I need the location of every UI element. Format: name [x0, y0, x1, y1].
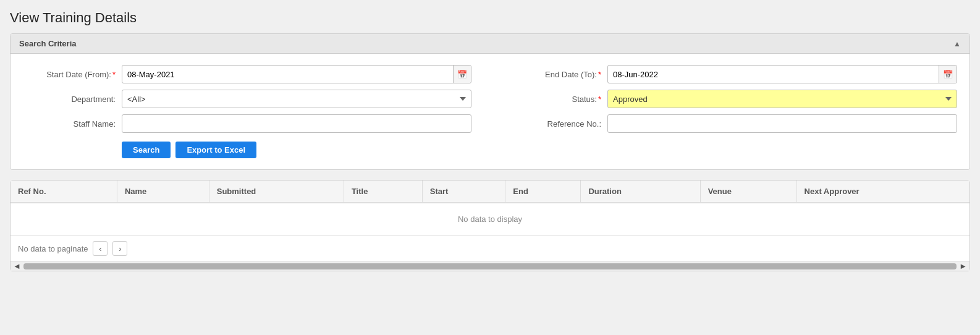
search-panel-title: Search Criteria [19, 39, 77, 48]
col-name: Name [117, 180, 209, 203]
staff-name-input[interactable] [122, 114, 471, 133]
right-column: End Date (To):* 📅 Status:* A [509, 65, 957, 133]
next-icon: › [119, 244, 121, 253]
department-label: Department: [23, 95, 116, 104]
scroll-right-icon[interactable]: ► [959, 261, 967, 271]
staff-name-row: Staff Name: [23, 114, 471, 133]
table-header-row: Ref No. Name Submitted Title Start End D… [11, 180, 969, 203]
reference-no-row: Reference No.: [509, 114, 957, 133]
status-label: Status:* [509, 95, 601, 104]
col-next-approver: Next Approver [796, 180, 969, 203]
table-container: Ref No. Name Submitted Title Start End D… [11, 180, 969, 235]
pagination-bar: No data to paginate ‹ › [11, 235, 969, 261]
status-required: * [598, 95, 601, 104]
col-end: End [505, 180, 581, 203]
search-button[interactable]: Search [122, 142, 171, 158]
end-date-label: End Date (To):* [509, 70, 601, 79]
department-row: Department: <All> HR IT Finance [23, 90, 471, 108]
reference-no-input[interactable] [607, 114, 957, 133]
search-criteria-panel: Search Criteria ▲ Start Date (From):* 📅 [10, 33, 970, 170]
scroll-track[interactable] [23, 263, 957, 269]
form-grid: Start Date (From):* 📅 Department: <All> [23, 65, 957, 133]
no-data-row: No data to display [11, 203, 969, 235]
calendar-icon: 📅 [457, 70, 467, 79]
end-date-calendar-button[interactable]: 📅 [939, 66, 957, 83]
end-date-required: * [598, 70, 601, 79]
start-date-label: Start Date (From):* [23, 70, 116, 79]
start-date-required: * [112, 70, 116, 79]
results-table: Ref No. Name Submitted Title Start End D… [11, 180, 969, 235]
start-date-row: Start Date (From):* 📅 [23, 65, 471, 83]
end-date-row: End Date (To):* 📅 [509, 65, 957, 83]
end-date-input[interactable] [608, 66, 939, 83]
search-panel-header: Search Criteria ▲ [11, 34, 969, 54]
start-date-input[interactable] [122, 66, 453, 83]
search-panel-body: Start Date (From):* 📅 Department: <All> [11, 54, 969, 169]
export-button[interactable]: Export to Excel [175, 142, 256, 158]
col-title: Title [344, 180, 422, 203]
next-page-button[interactable]: › [112, 241, 127, 256]
prev-icon: ‹ [99, 244, 101, 253]
col-venue: Venue [700, 180, 796, 203]
col-ref-no: Ref No. [11, 180, 117, 203]
pagination-label: No data to paginate [18, 244, 88, 253]
start-date-calendar-button[interactable]: 📅 [453, 66, 471, 83]
col-duration: Duration [581, 180, 700, 203]
calendar-icon-2: 📅 [943, 70, 953, 79]
end-date-field[interactable]: 📅 [607, 65, 957, 83]
col-start: Start [422, 180, 505, 203]
reference-no-label: Reference No.: [509, 119, 601, 129]
department-select[interactable]: <All> HR IT Finance [122, 90, 471, 108]
results-panel: Ref No. Name Submitted Title Start End D… [10, 180, 970, 271]
start-date-field[interactable]: 📅 [122, 65, 471, 83]
collapse-icon[interactable]: ▲ [953, 40, 961, 48]
no-data-cell: No data to display [11, 203, 969, 235]
staff-name-label: Staff Name: [23, 119, 116, 129]
scroll-left-icon[interactable]: ◄ [13, 261, 21, 271]
page-title: View Training Details [10, 10, 970, 26]
horizontal-scrollbar[interactable]: ◄ ► [11, 261, 969, 271]
status-row: Status:* Approved Pending Rejected Submi… [509, 90, 957, 108]
prev-page-button[interactable]: ‹ [93, 241, 108, 256]
col-submitted: Submitted [209, 180, 344, 203]
buttons-row: Search Export to Excel [23, 142, 957, 158]
status-select[interactable]: Approved Pending Rejected Submitted [607, 90, 957, 108]
left-column: Start Date (From):* 📅 Department: <All> [23, 65, 471, 133]
